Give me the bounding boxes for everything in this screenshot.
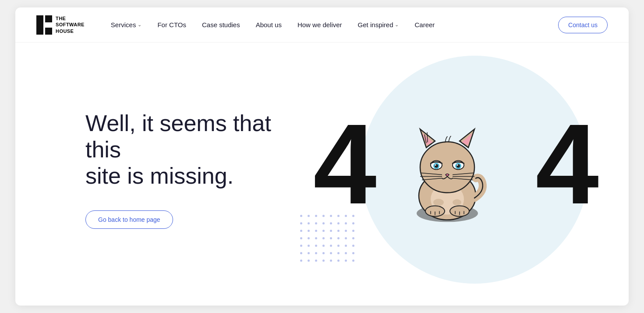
dot [337,237,340,239]
logo-text: THESOFTWAREHOUSE [56,15,85,34]
header: THESOFTWAREHOUSE Services ⌄ For CTOs Cas… [15,7,629,43]
dot [345,260,347,262]
dot [322,237,325,239]
dot [352,230,354,232]
page-wrapper: THESOFTWAREHOUSE Services ⌄ For CTOs Cas… [15,7,629,306]
dot [322,252,325,254]
left-content: Well, it seems that thissite is missing.… [85,110,287,228]
dot [352,260,354,262]
svg-rect-1 [45,15,52,22]
dot [300,215,302,217]
nav-about-us[interactable]: About us [256,21,282,28]
dot [345,245,347,247]
dot [315,237,317,239]
dot [352,237,354,239]
right-content: 4 [287,69,608,270]
main-content: Well, it seems that thissite is missing.… [15,43,629,306]
logo[interactable]: THESOFTWAREHOUSE [36,15,85,35]
cat-illustration [403,121,491,222]
dot [345,237,347,239]
dot [322,245,325,247]
dot [330,245,332,247]
dot [345,252,347,254]
go-home-button[interactable]: Go back to home page [85,210,173,229]
dot [322,230,325,232]
dot [308,215,310,217]
dot [308,252,310,254]
dot [345,230,347,232]
four-left-digit: 4 [313,107,372,221]
dot [300,230,302,232]
four-right-digit: 4 [535,107,594,221]
dot [300,260,302,262]
svg-point-38 [453,199,461,206]
dot [330,230,332,232]
svg-point-15 [435,164,436,166]
dot [300,237,302,239]
dot [337,252,340,254]
chevron-icon: ⌄ [395,22,399,28]
dot [308,222,310,224]
nav-get-inspired[interactable]: Get inspired ⌄ [358,21,399,28]
chevron-icon: ⌄ [138,22,142,28]
nav-for-ctos[interactable]: For CTOs [157,21,186,28]
nav-career[interactable]: Career [414,21,435,28]
main-nav: Services ⌄ For CTOs Case studies About u… [111,21,558,28]
svg-point-37 [433,199,444,206]
svg-point-20 [457,164,458,166]
dot [352,245,354,247]
nav-how-we-deliver[interactable]: How we deliver [297,21,342,28]
svg-rect-2 [45,28,52,35]
dot [300,222,302,224]
dot [337,245,340,247]
logo-icon [36,15,52,35]
dot [315,230,317,232]
dot [330,252,332,254]
dot [337,230,340,232]
dot [352,252,354,254]
dot [308,230,310,232]
dot [308,237,310,239]
cat-svg [403,121,491,222]
dot [330,260,332,262]
dot [322,260,325,262]
dot [337,260,340,262]
dot [315,245,317,247]
error-headline: Well, it seems that thissite is missing. [85,110,287,189]
dot [315,252,317,254]
nav-case-studies[interactable]: Case studies [202,21,240,28]
dot [300,245,302,247]
dot [300,252,302,254]
dot [308,245,310,247]
contact-button[interactable]: Contact us [558,17,608,33]
dot [330,237,332,239]
dot [315,260,317,262]
svg-rect-0 [36,15,43,35]
dot [308,260,310,262]
svg-line-10 [427,132,428,142]
nav-services[interactable]: Services ⌄ [111,21,142,28]
